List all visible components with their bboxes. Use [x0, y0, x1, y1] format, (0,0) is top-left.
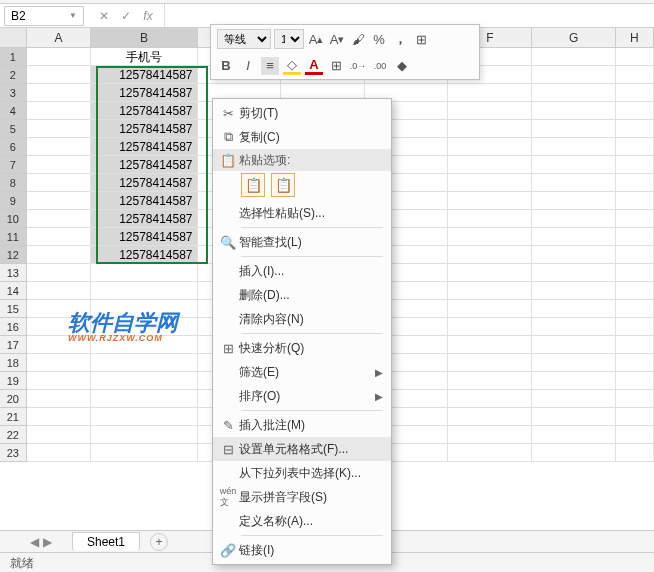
cell[interactable] [27, 120, 92, 138]
cell[interactable] [532, 138, 616, 156]
comma-icon[interactable]: ， [391, 30, 409, 48]
cell[interactable] [616, 282, 654, 300]
row-header[interactable]: 3 [0, 84, 27, 102]
cell[interactable] [27, 264, 92, 282]
row-header[interactable]: 13 [0, 264, 27, 282]
row-header[interactable]: 20 [0, 390, 27, 408]
cell[interactable] [448, 264, 532, 282]
cell[interactable] [616, 408, 654, 426]
menu-clear[interactable]: 清除内容(N) [213, 307, 391, 331]
font-color-icon[interactable]: A [305, 57, 323, 75]
menu-quick-analysis[interactable]: ⊞快速分析(Q) [213, 336, 391, 360]
font-size-select[interactable]: 11 [274, 29, 304, 49]
cell[interactable] [448, 390, 532, 408]
cell[interactable] [91, 282, 197, 300]
cell[interactable] [27, 282, 92, 300]
fill-color-icon[interactable]: ◇ [283, 57, 301, 75]
cell[interactable] [616, 444, 654, 462]
cell[interactable] [532, 84, 616, 102]
column-header-B[interactable]: B [91, 28, 197, 47]
cell[interactable] [532, 300, 616, 318]
cell[interactable] [448, 444, 532, 462]
cell[interactable] [27, 102, 92, 120]
cell[interactable] [448, 336, 532, 354]
row-header[interactable]: 15 [0, 300, 27, 318]
cell[interactable] [27, 408, 92, 426]
column-header-A[interactable]: A [27, 28, 92, 47]
increase-decimal-icon[interactable]: .00 [371, 57, 389, 75]
fx-icon[interactable]: fx [140, 9, 156, 23]
menu-sort[interactable]: 排序(O)▶ [213, 384, 391, 408]
column-header-G[interactable]: G [532, 28, 616, 47]
cell[interactable] [91, 408, 197, 426]
cell[interactable] [27, 336, 92, 354]
bold-icon[interactable]: B [217, 57, 235, 75]
cell[interactable] [532, 210, 616, 228]
cell[interactable] [532, 174, 616, 192]
sheet-tab-1[interactable]: Sheet1 [72, 532, 140, 551]
menu-format-cells[interactable]: ⊟设置单元格格式(F)... [213, 437, 391, 461]
row-header[interactable]: 1 [0, 48, 27, 66]
cell[interactable] [532, 102, 616, 120]
name-box[interactable]: B2 ▼ [4, 6, 84, 26]
cell[interactable] [91, 426, 197, 444]
cell[interactable] [27, 300, 92, 318]
cell[interactable] [91, 318, 197, 336]
cell[interactable] [532, 372, 616, 390]
cell[interactable] [91, 264, 197, 282]
cell[interactable] [616, 102, 654, 120]
cell[interactable] [616, 228, 654, 246]
menu-insert-comment[interactable]: ✎插入批注(M) [213, 413, 391, 437]
cancel-icon[interactable]: ✕ [96, 9, 112, 23]
cell[interactable]: 12578414587 [91, 246, 197, 264]
cell[interactable] [616, 192, 654, 210]
cell[interactable] [91, 372, 197, 390]
cell[interactable] [27, 228, 92, 246]
paste-option-1[interactable]: 📋 [241, 173, 265, 197]
cell[interactable] [448, 192, 532, 210]
cell[interactable] [448, 174, 532, 192]
add-sheet-button[interactable]: + [150, 533, 168, 551]
cell[interactable]: 12578414587 [91, 174, 197, 192]
menu-paste-special[interactable]: 选择性粘贴(S)... [213, 201, 391, 225]
cell[interactable] [448, 138, 532, 156]
row-header[interactable]: 10 [0, 210, 27, 228]
cell[interactable]: 12578414587 [91, 120, 197, 138]
cell[interactable] [91, 336, 197, 354]
menu-copy[interactable]: ⧉复制(C) [213, 125, 391, 149]
cell[interactable] [616, 300, 654, 318]
italic-icon[interactable]: I [239, 57, 257, 75]
sheet-prev-icon[interactable]: ◀ [30, 535, 39, 549]
cell[interactable] [532, 66, 616, 84]
cell[interactable] [91, 300, 197, 318]
cell[interactable] [27, 426, 92, 444]
cell[interactable] [448, 120, 532, 138]
cell[interactable] [448, 156, 532, 174]
cell[interactable] [616, 120, 654, 138]
cell[interactable] [27, 210, 92, 228]
cell[interactable] [27, 84, 92, 102]
cell[interactable]: 12578414587 [91, 66, 197, 84]
cell[interactable] [27, 246, 92, 264]
cell[interactable] [448, 84, 532, 102]
row-header[interactable]: 5 [0, 120, 27, 138]
cell[interactable] [532, 48, 616, 66]
cell[interactable] [448, 300, 532, 318]
menu-smart-lookup[interactable]: 🔍智能查找(L) [213, 230, 391, 254]
decrease-font-icon[interactable]: A▾ [328, 30, 346, 48]
cell[interactable] [532, 156, 616, 174]
clear-format-icon[interactable]: ◆ [393, 57, 411, 75]
cell[interactable] [616, 390, 654, 408]
cell[interactable]: 12578414587 [91, 156, 197, 174]
row-header[interactable]: 22 [0, 426, 27, 444]
cell[interactable] [532, 282, 616, 300]
cell[interactable] [27, 48, 92, 66]
cell[interactable] [27, 66, 92, 84]
cell[interactable] [448, 372, 532, 390]
cell[interactable] [616, 336, 654, 354]
row-header[interactable]: 8 [0, 174, 27, 192]
cell[interactable]: 12578414587 [91, 138, 197, 156]
cell[interactable] [532, 444, 616, 462]
decrease-decimal-icon[interactable]: .0→ [349, 57, 367, 75]
cell[interactable] [448, 426, 532, 444]
